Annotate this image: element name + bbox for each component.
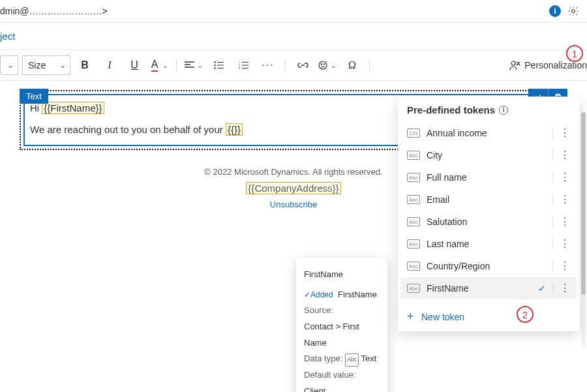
type-icon: Abc (407, 239, 420, 249)
info-icon[interactable]: i (549, 5, 561, 17)
added-value: FirstName (338, 290, 377, 299)
italic-button[interactable]: I (99, 55, 120, 75)
token-row[interactable]: AbcSalutation⋮ (400, 211, 577, 233)
datatype-label: Data type: (304, 354, 342, 363)
new-token-button[interactable]: + New token 2 (398, 302, 579, 331)
source-label: Source: (304, 305, 333, 315)
svg-point-7 (319, 61, 327, 69)
separator (552, 150, 553, 160)
callout-1: 1 (566, 45, 583, 62)
more-button[interactable]: ··· (258, 55, 278, 75)
bullet-list-button[interactable] (208, 55, 229, 75)
separator (552, 172, 553, 183)
svg-point-2 (214, 65, 215, 66)
default-label: Default value: (304, 370, 356, 380)
token-name: Country/Region (427, 261, 546, 271)
panel-title: Pre-defined tokens (407, 104, 495, 115)
type-icon: Abc (407, 284, 420, 293)
token-name: Email (427, 194, 546, 205)
svg-text:3: 3 (239, 67, 241, 69)
svg-point-0 (572, 10, 575, 13)
type-icon: Abc (407, 151, 420, 160)
token-row[interactable]: AbcEmail⋮ (400, 188, 577, 211)
token-row[interactable]: 123Annual income⋮ (400, 122, 577, 144)
token-detail-popover: FirstName ✓Added FirstName Source: Conta… (296, 258, 387, 392)
tokens-panel: Pre-defined tokens i 123Annual income⋮Ab… (398, 97, 579, 331)
separator (552, 217, 553, 227)
default-value: Client (304, 386, 325, 392)
type-icon: Abc (407, 217, 420, 226)
token-row[interactable]: AbcLast name⋮ (400, 233, 577, 255)
type-icon: Abc (407, 262, 420, 271)
personalization-label: Personalization (524, 60, 587, 70)
token-name: Salutation (427, 217, 546, 227)
number-list-button[interactable]: 123 (233, 55, 254, 75)
font-size-select[interactable]: Size (22, 55, 70, 75)
type-icon: 123 (407, 128, 420, 138)
svg-point-10 (511, 61, 515, 65)
abc-icon: Abc (345, 354, 359, 366)
token-name: FirstName (427, 283, 532, 294)
symbol-button[interactable]: Ω (342, 55, 363, 75)
separator (552, 283, 553, 294)
font-family-select[interactable] (0, 55, 18, 75)
token-row[interactable]: AbcFirstName✓⋮ (400, 277, 577, 299)
token-row[interactable]: AbcFull name⋮ (400, 166, 577, 188)
svg-point-1 (214, 61, 215, 63)
toolbar: Size B I U A 123 ··· Ω Personalization 1 (0, 50, 587, 81)
companyaddress-token: {{CompanyAddress}} (246, 182, 340, 194)
separator (176, 59, 177, 72)
separator (552, 128, 553, 138)
font-color-button[interactable]: A (149, 55, 170, 75)
type-icon: Abc (407, 195, 420, 204)
emoji-button[interactable] (317, 55, 338, 75)
source-value: Contact > First Name (304, 319, 380, 351)
underline-button[interactable]: U (124, 55, 145, 75)
datatype-value: Text (361, 354, 376, 363)
svg-point-8 (321, 64, 322, 65)
scrollbar[interactable] (581, 112, 586, 347)
token-name: Annual income (427, 128, 546, 138)
type-icon: Abc (407, 173, 420, 182)
separator (369, 59, 370, 72)
check-icon: ✓ (538, 283, 546, 294)
svg-point-9 (324, 64, 324, 65)
separator (552, 194, 553, 205)
link-button[interactable] (292, 55, 313, 75)
token-name: Last name (427, 239, 546, 249)
callout-2: 2 (517, 306, 534, 323)
token-name: Full name (427, 172, 546, 183)
align-button[interactable] (183, 55, 204, 75)
token-row[interactable]: AbcCountry/Region⋮ (400, 255, 577, 277)
plus-icon: + (404, 310, 416, 324)
from-field: dmin@……………………> (0, 6, 108, 16)
token-name: City (427, 150, 546, 160)
person-icon (509, 60, 520, 70)
empty-token[interactable]: {{}} (226, 123, 243, 136)
new-token-label: New token (421, 312, 464, 322)
subject-input[interactable]: ject (0, 23, 587, 50)
bold-button[interactable]: B (74, 55, 95, 75)
info-icon[interactable]: i (499, 106, 508, 115)
gear-icon[interactable] (567, 5, 579, 17)
separator (552, 261, 553, 271)
added-badge: ✓Added (304, 290, 333, 299)
popover-name: FirstName (304, 267, 380, 283)
block-type-tag: Text (20, 89, 48, 104)
token-row[interactable]: AbcCity⋮ (400, 144, 577, 166)
separator (285, 59, 286, 72)
separator (552, 239, 553, 249)
firstname-token[interactable]: {{FirstName}} (42, 102, 104, 114)
svg-point-3 (214, 67, 215, 68)
